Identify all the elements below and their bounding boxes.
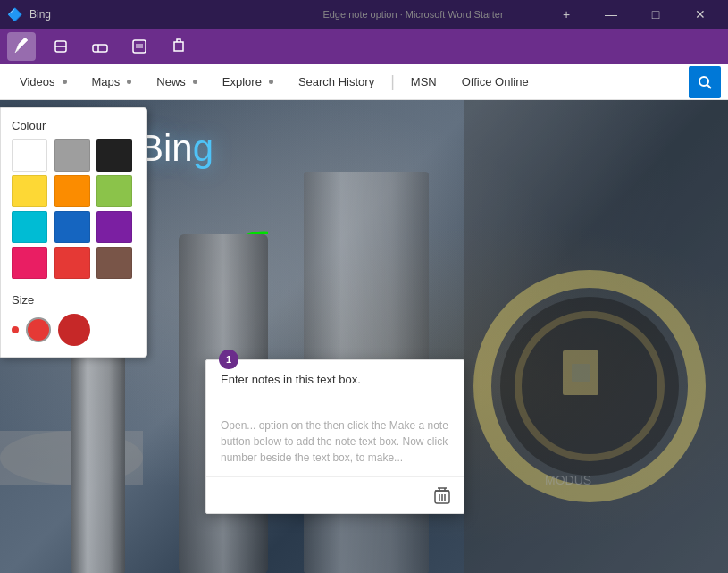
nav-separator: | [390,72,395,91]
size-small[interactable] [12,326,19,333]
nav-news[interactable]: News [144,64,210,100]
note-footer [206,476,464,513]
nav-dot [269,80,273,84]
nav-maps[interactable]: Maps [79,64,145,100]
title-bar-title: Bing [29,8,280,21]
swatch-blue[interactable] [54,211,90,243]
size-panel-title: Size [12,293,136,307]
note-faded-text: Open... option on the then click the Mak… [206,414,464,476]
swatch-red[interactable] [54,247,90,279]
pen-tool-button[interactable] [7,32,36,61]
note-placeholder-text[interactable]: Enter notes in this text box. [206,360,464,414]
delete-note-button[interactable] [430,483,455,508]
nav-videos[interactable]: Videos [7,64,79,100]
svg-line-10 [707,85,711,88]
size-medium[interactable] [26,317,51,342]
search-button[interactable] [689,66,721,98]
title-bar: 🔷 Bing Edge note option · Microsoft Word… [0,0,728,29]
nav-office-online[interactable]: Office Online [449,64,541,100]
close-button[interactable]: ✕ [680,0,721,29]
note-popup: 1 Enter notes in this text box. Open... … [205,359,464,514]
minimize-button[interactable]: — [590,0,632,29]
edge-note-option-text: Edge note option · Microsoft Word Starte… [288,9,539,20]
colour-grid [12,139,136,279]
nav-explore[interactable]: Explore [210,64,286,100]
svg-rect-21 [572,364,590,382]
title-bar-controls: + — □ ✕ [546,0,721,29]
colour-panel: Colour Size [0,107,147,358]
svg-rect-6 [133,40,146,53]
size-options [12,314,136,346]
swatch-pink[interactable] [12,247,47,279]
nav-msn[interactable]: MSN [398,64,449,100]
swatch-gray[interactable] [54,139,90,172]
svg-text:MODUS: MODUS [545,473,591,487]
note-tool-button[interactable] [125,32,154,61]
swatch-black[interactable] [96,139,132,172]
edge-toolbar [0,29,728,64]
clip-tool-button[interactable] [164,32,193,61]
eraser-tool-button[interactable] [86,32,114,61]
note-badge: 1 [219,350,238,369]
swatch-white[interactable] [12,139,47,172]
nav-dot [193,80,197,84]
nav-dot [127,80,131,84]
size-large[interactable] [58,314,90,346]
svg-point-9 [699,77,708,86]
main-content: MODUS Bing Colour [0,100,728,573]
nav-search-history[interactable]: Search History [286,64,387,100]
browser-favicon: 🔷 [7,7,22,21]
swatch-brown[interactable] [96,247,132,279]
swatch-green[interactable] [96,175,132,207]
bing-logo: Bing [138,127,213,170]
swatch-purple[interactable] [96,211,132,243]
maximize-button[interactable]: □ [635,0,676,29]
highlight-tool-button[interactable] [46,32,75,61]
svg-rect-4 [93,45,107,52]
colour-panel-title: Colour [12,119,136,132]
new-tab-button[interactable]: + [546,0,587,29]
swatch-cyan[interactable] [12,211,47,243]
nav-bar: Videos Maps News Explore Search History … [0,64,728,100]
nav-dot [63,80,67,84]
swatch-yellow[interactable] [12,175,47,207]
swatch-orange[interactable] [54,175,90,207]
